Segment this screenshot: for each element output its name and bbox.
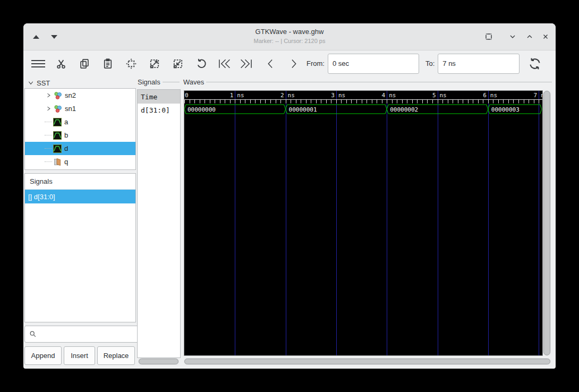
undo-button[interactable]	[195, 57, 208, 70]
signal-icon	[53, 144, 62, 153]
step-right-button[interactable]	[287, 57, 300, 70]
scope-icon	[54, 105, 62, 113]
chevron-up-icon	[525, 32, 534, 41]
replace-button[interactable]: Replace	[97, 346, 135, 365]
waves-hscrollbar[interactable]	[184, 358, 551, 365]
zoom-in-button[interactable]	[148, 57, 161, 70]
tree-connector	[45, 135, 52, 135]
paste-icon	[103, 58, 113, 69]
port-icon	[53, 158, 62, 166]
signal-list: [] d[31:0]	[25, 190, 135, 203]
signal-name-row[interactable]: d[31:0]	[138, 104, 180, 116]
gtkwave-window: GTKWave - wave.ghw Marker: -- | Cursor: …	[23, 23, 556, 369]
timeline-label: 2	[280, 92, 284, 99]
waves-panel-label-text: Waves	[183, 78, 204, 86]
to-input[interactable]	[438, 54, 520, 74]
tick-marks	[184, 100, 542, 104]
tree-item-q[interactable]: q	[25, 155, 135, 168]
signals-panel: Signals [] d[31:0]	[24, 173, 136, 322]
list-item[interactable]: [] d[31:0]	[25, 190, 135, 203]
tree-item-label: d	[64, 144, 68, 152]
tree-item-sn1[interactable]: sn1	[25, 102, 135, 115]
expander-icon[interactable]	[44, 91, 53, 100]
zoom-fit-button[interactable]	[125, 57, 138, 70]
toolbar: From: To:	[23, 50, 556, 76]
tree-item-label: q	[64, 158, 68, 166]
timeline-label: 1	[230, 92, 234, 99]
step-left-button[interactable]	[264, 57, 277, 70]
waves-vscrollbar-thumb[interactable]	[543, 91, 550, 355]
tree-item-label: sn2	[65, 91, 76, 99]
expander-icon[interactable]	[44, 105, 53, 113]
chevron-right-icon	[288, 58, 299, 70]
append-button[interactable]: Append	[24, 346, 62, 365]
sst-tree: sn2sn1abdq	[24, 88, 136, 170]
wave-segment-value: 00000001	[289, 106, 317, 113]
frame-line	[206, 82, 552, 82]
window-title: GTKWave - wave.ghw	[23, 28, 556, 36]
tree-item-label: b	[64, 131, 68, 139]
names-hscrollbar[interactable]	[138, 358, 179, 365]
waves-panel-label: Waves	[183, 78, 552, 86]
chevron-left-icon	[265, 58, 276, 70]
minimize-button[interactable]	[507, 31, 518, 42]
signal-icon	[53, 118, 62, 126]
waves-hscrollbar-thumb[interactable]	[184, 359, 550, 364]
hamburger-menu-icon	[31, 57, 46, 70]
copy-icon	[79, 58, 90, 69]
timeline-unit: ns	[389, 92, 396, 99]
wave-signal-d[31:0]: 00000000000000010000000200000003	[184, 105, 542, 114]
wave-drawing: 01ns2ns3ns4ns5ns6ns7ns000000000000000100…	[184, 91, 542, 355]
fullscreen-icon	[484, 32, 493, 41]
cut-button[interactable]	[55, 57, 67, 70]
sst-header[interactable]: SST	[28, 78, 50, 88]
to-label: To:	[425, 59, 435, 67]
waves-vscrollbar[interactable]	[543, 90, 551, 356]
skip-to-start-button[interactable]	[217, 57, 231, 70]
skip-to-start-icon	[217, 58, 231, 70]
signal-search-box[interactable]	[24, 326, 139, 343]
window-status: Marker: -- | Cursor: 2120 ps	[23, 38, 556, 44]
zoom-out-button[interactable]	[172, 57, 184, 70]
timeline-label: 4	[382, 92, 386, 99]
timeline-unit: ns	[288, 92, 295, 99]
timeline-label: 5	[432, 92, 436, 99]
sst-label: SST	[37, 79, 50, 87]
from-input[interactable]	[328, 54, 419, 74]
titlebar: GTKWave - wave.ghw Marker: -- | Cursor: …	[23, 23, 556, 50]
zoom-fit-icon	[125, 58, 137, 70]
fullscreen-button[interactable]	[483, 31, 495, 42]
skip-to-end-icon	[240, 58, 253, 70]
tree-item-sn2[interactable]: sn2	[25, 89, 135, 102]
zoom-out-icon	[172, 58, 184, 70]
signal-icon	[53, 131, 62, 140]
wave-canvas[interactable]: 01ns2ns3ns4ns5ns6ns7ns000000000000000100…	[184, 90, 543, 356]
zoom-in-icon	[149, 58, 160, 70]
search-icon	[29, 330, 37, 338]
wave-segment-value: 00000003	[491, 106, 520, 113]
names-panel-label: Signals	[138, 78, 180, 86]
reload-icon	[528, 57, 542, 71]
undo-icon	[195, 58, 207, 70]
tree-item-label: a	[64, 118, 68, 126]
skip-to-end-button[interactable]	[240, 57, 253, 70]
maximize-button[interactable]	[524, 31, 535, 42]
tree-item-a[interactable]: a	[25, 115, 135, 129]
timeline-unit: ns	[490, 92, 497, 99]
close-button[interactable]	[540, 31, 551, 42]
scope-icon	[54, 91, 62, 100]
paste-button[interactable]	[101, 57, 114, 70]
reload-button[interactable]	[528, 57, 542, 70]
search-input[interactable]	[40, 330, 139, 339]
tree-item-d[interactable]: d	[25, 142, 135, 155]
wave-segment-value: 00000000	[188, 106, 216, 113]
signals-panel-header: Signals	[25, 174, 135, 190]
tree-item-b[interactable]: b	[25, 129, 135, 142]
tree-connector	[45, 148, 52, 149]
menu-button[interactable]	[31, 57, 46, 70]
names-hscrollbar-thumb[interactable]	[139, 359, 178, 364]
copy-button[interactable]	[78, 57, 91, 70]
close-icon	[541, 32, 550, 41]
insert-button[interactable]: Insert	[64, 346, 95, 365]
time-header: Time	[138, 90, 180, 104]
